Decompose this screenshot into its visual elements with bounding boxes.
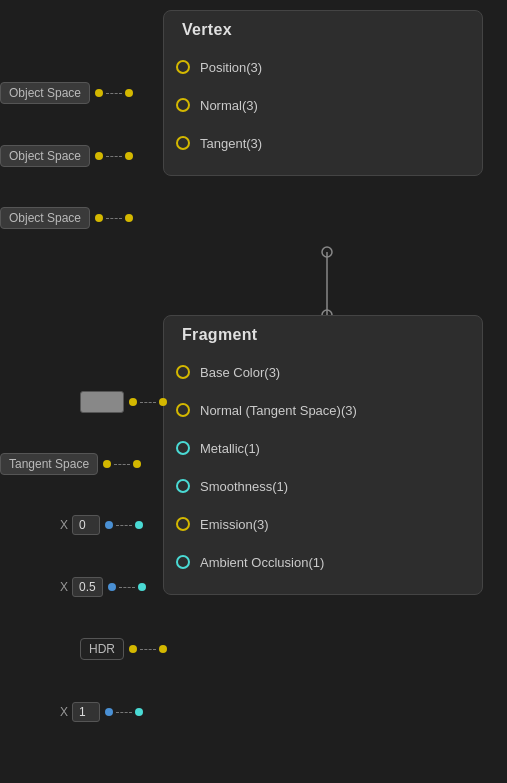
- tangent-wire: [106, 218, 122, 219]
- metallic-output-dot: [135, 521, 143, 529]
- emission-output-dot: [159, 645, 167, 653]
- position-label: Position(3): [200, 60, 262, 75]
- ao-socket[interactable]: [176, 555, 190, 569]
- fragment-basecolor-row: Base Color(3): [164, 354, 482, 390]
- vertex-normal-input-row: Object Space: [0, 138, 136, 174]
- basecolor-socket[interactable]: [176, 365, 190, 379]
- emission-socket[interactable]: [176, 517, 190, 531]
- ao-label: Ambient Occlusion(1): [200, 555, 324, 570]
- normal-output-dot: [125, 152, 133, 160]
- smoothness-x-label: X: [60, 580, 68, 594]
- normal-input-label[interactable]: Object Space: [0, 145, 90, 167]
- fragment-metallic-input-row: X 0: [60, 507, 146, 543]
- normalts-wire: [114, 464, 130, 465]
- metallic-socket[interactable]: [176, 441, 190, 455]
- emission-hdr-label[interactable]: HDR: [80, 638, 124, 660]
- smoothness-socket[interactable]: [176, 479, 190, 493]
- smoothness-value[interactable]: 0.5: [72, 577, 103, 597]
- vertex-normal-row: Normal(3): [164, 87, 482, 123]
- position-input-label[interactable]: Object Space: [0, 82, 90, 104]
- tangent-label: Tangent(3): [200, 136, 262, 151]
- normal-socket[interactable]: [176, 98, 190, 112]
- fragment-metallic-row: Metallic(1): [164, 430, 482, 466]
- normalts-input-dot: [103, 460, 111, 468]
- normalts-label: Normal (Tangent Space)(3): [200, 403, 357, 418]
- normalts-socket[interactable]: [176, 403, 190, 417]
- vertex-title: Vertex: [164, 11, 482, 49]
- ao-output-dot: [135, 708, 143, 716]
- ao-x-label: X: [60, 705, 68, 719]
- svg-point-1: [322, 247, 332, 257]
- fragment-panel: Fragment Base Color(3) Normal (Tangent S…: [163, 315, 483, 595]
- basecolor-swatch[interactable]: [80, 391, 124, 413]
- smoothness-wire: [119, 587, 135, 588]
- fragment-title: Fragment: [164, 316, 482, 354]
- basecolor-output-dot: [159, 398, 167, 406]
- ao-input-dot: [105, 708, 113, 716]
- normalts-input-label[interactable]: Tangent Space: [0, 453, 98, 475]
- fragment-smoothness-input-row: X 0.5: [60, 569, 149, 605]
- normalts-output-dot: [133, 460, 141, 468]
- emission-label: Emission(3): [200, 517, 269, 532]
- vertex-tangent-input-row: Object Space: [0, 200, 136, 236]
- metallic-x-label: X: [60, 518, 68, 532]
- vertex-position-input-row: Object Space: [0, 75, 136, 111]
- fragment-emission-row: Emission(3): [164, 506, 482, 542]
- smoothness-output-dot: [138, 583, 146, 591]
- normal-input-dot: [95, 152, 103, 160]
- fragment-ao-input-row: X 1: [60, 694, 146, 730]
- vertex-position-row: Position(3): [164, 49, 482, 85]
- tangent-input-dot: [95, 214, 103, 222]
- emission-input-dot: [129, 645, 137, 653]
- tangent-input-label[interactable]: Object Space: [0, 207, 90, 229]
- basecolor-wire: [140, 402, 156, 403]
- metallic-label: Metallic(1): [200, 441, 260, 456]
- ao-wire: [116, 712, 132, 713]
- fragment-ao-row: Ambient Occlusion(1): [164, 544, 482, 580]
- tangent-socket[interactable]: [176, 136, 190, 150]
- smoothness-label: Smoothness(1): [200, 479, 288, 494]
- vertex-tangent-row: Tangent(3): [164, 125, 482, 161]
- metallic-wire: [116, 525, 132, 526]
- smoothness-input-dot: [108, 583, 116, 591]
- fragment-emission-input-row: HDR: [80, 631, 170, 667]
- vertex-panel: Vertex Position(3) Normal(3) Tangent(3): [163, 10, 483, 176]
- tangent-output-dot: [125, 214, 133, 222]
- position-input-dot: [95, 89, 103, 97]
- fragment-smoothness-row: Smoothness(1): [164, 468, 482, 504]
- metallic-value[interactable]: 0: [72, 515, 100, 535]
- basecolor-label: Base Color(3): [200, 365, 280, 380]
- normal-wire: [106, 156, 122, 157]
- position-socket[interactable]: [176, 60, 190, 74]
- emission-wire: [140, 649, 156, 650]
- fragment-normalts-row: Normal (Tangent Space)(3): [164, 392, 482, 428]
- ao-value[interactable]: 1: [72, 702, 100, 722]
- fragment-normalts-input-row: Tangent Space: [0, 446, 144, 482]
- metallic-input-dot: [105, 521, 113, 529]
- normal-label: Normal(3): [200, 98, 258, 113]
- fragment-basecolor-input-row: [80, 384, 170, 420]
- basecolor-input-dot: [129, 398, 137, 406]
- position-wire: [106, 93, 122, 94]
- position-output-dot: [125, 89, 133, 97]
